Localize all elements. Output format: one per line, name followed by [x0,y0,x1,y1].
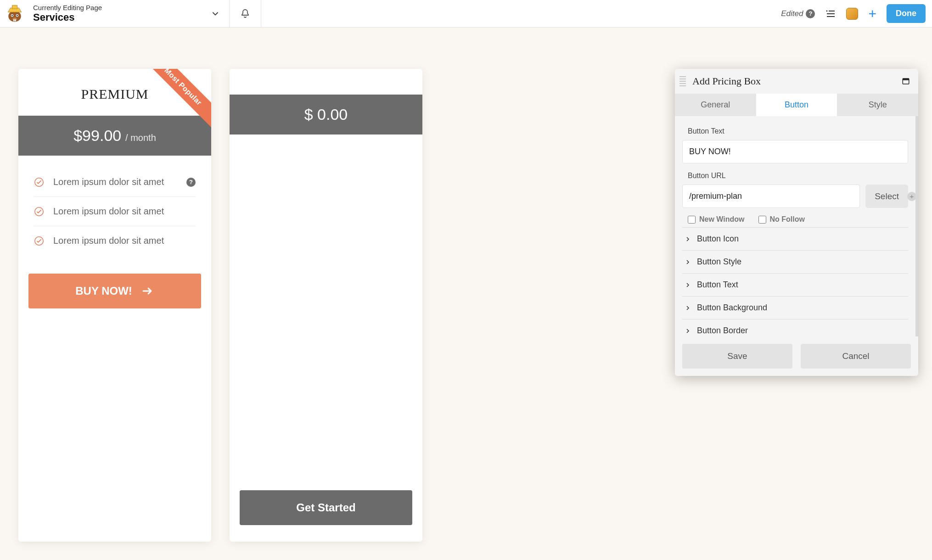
help-icon[interactable]: ? [186,178,196,187]
accordion-button-icon[interactable]: Button Icon [682,227,908,250]
check-icon [34,207,44,217]
no-follow-label: No Follow [770,215,805,224]
top-bar: Currently Editing Page Services Edited ?… [0,0,932,28]
chevron-right-icon [684,327,691,335]
cta-label: BUY NOW! [75,285,132,297]
settings-panel: Add Pricing Box General Button Style But… [675,69,918,376]
svg-rect-7 [15,19,16,21]
feature-row: Lorem ipsum dolor sit amet ? [34,168,196,197]
svg-rect-11 [827,13,835,14]
tab-button[interactable]: Button [756,94,837,116]
svg-point-5 [12,17,17,21]
price-period: / month [125,133,156,143]
new-window-label: New Window [699,215,745,224]
button-url-input[interactable] [682,185,860,208]
panel-tabs: General Button Style [675,94,918,116]
edit-status-text: Edited [781,9,803,18]
price-value: $ 0.00 [304,106,348,123]
cta-label: Get Started [296,501,355,514]
cta-wrap: Get Started [230,476,422,542]
svg-point-2 [11,15,13,16]
accordion-label: Button Border [697,326,748,336]
panel-body: Button Text Button URL Select + New Wind… [675,116,918,336]
accordion-list: Button Icon Button Style Button Text But… [682,227,908,336]
pricing-card-premium[interactable]: Most Popular PREMIUM $99.00 / month Lore… [18,69,211,542]
accordion-label: Button Text [697,280,738,290]
check-icon [34,236,44,246]
accordion-button-background[interactable]: Button Background [682,296,908,319]
accordion-button-text[interactable]: Button Text [682,273,908,296]
url-row: Select + [682,185,908,208]
topbar-left: Currently Editing Page Services [0,0,230,27]
chevron-right-icon [684,258,691,266]
price-band: $99.00 / month [18,116,211,156]
tab-general[interactable]: General [675,94,756,116]
feature-list: Lorem ipsum dolor sit amet ? Lorem ipsum… [18,156,211,260]
price-value: $99.00 [73,127,121,144]
svg-rect-8 [12,5,17,8]
svg-rect-6 [13,19,14,21]
assistant-icon[interactable] [846,8,858,20]
feature-text: Lorem ipsum dolor sit amet [53,177,164,187]
chevron-right-icon [684,235,691,243]
maximize-icon[interactable] [902,77,910,85]
tab-style[interactable]: Style [837,94,918,116]
panel-header[interactable]: Add Pricing Box [675,69,918,94]
editing-label: Currently Editing Page [33,4,202,11]
select-url-button[interactable]: Select [865,185,908,208]
url-options: New Window No Follow [682,208,908,227]
new-window-input[interactable] [688,216,696,224]
feature-row: Lorem ipsum dolor sit amet [34,197,196,226]
accordion-label: Button Icon [697,234,739,244]
page-title: Services [33,11,202,23]
check-icon [34,177,44,187]
cta-wrap: BUY NOW! [18,260,211,325]
drag-handle-icon[interactable] [679,75,686,87]
field-label-button-url: Button URL [688,172,908,180]
buy-now-button[interactable]: BUY NOW! [28,274,201,308]
page-label: Currently Editing Page Services [33,4,202,23]
chevron-right-icon [684,304,691,312]
feature-row: Lorem ipsum dolor sit amet [34,226,196,255]
button-text-input[interactable] [682,140,908,163]
svg-rect-10 [829,11,835,11]
svg-point-9 [826,10,828,11]
editor-canvas: Most Popular PREMIUM $99.00 / month Lore… [0,28,932,560]
feature-text: Lorem ipsum dolor sit amet [53,235,164,246]
field-label-button-text: Button Text [688,127,908,135]
accordion-button-border[interactable]: Button Border [682,319,908,336]
pricing-card-basic[interactable]: $ 0.00 Get Started [230,69,422,542]
svg-rect-17 [903,78,909,80]
beaver-logo-icon[interactable] [4,3,26,25]
topbar-notifications [230,0,261,27]
save-button[interactable]: Save [682,344,792,369]
outline-icon[interactable] [825,8,836,19]
svg-point-4 [17,15,18,16]
chevron-right-icon [684,281,691,289]
cancel-button[interactable]: Cancel [801,344,911,369]
edit-status: Edited ? [781,9,815,18]
no-follow-checkbox[interactable]: No Follow [758,215,805,224]
help-icon[interactable]: ? [806,9,815,18]
svg-rect-12 [827,16,835,17]
no-follow-input[interactable] [758,216,766,224]
topbar-right: Edited ? + Done [775,0,932,27]
get-started-button[interactable]: Get Started [240,490,412,525]
accordion-label: Button Background [697,303,767,313]
panel-footer: Save Cancel [675,336,918,376]
new-window-checkbox[interactable]: New Window [688,215,745,224]
add-button[interactable]: + [868,6,876,22]
bell-icon[interactable] [240,8,251,19]
price-band: $ 0.00 [230,95,422,134]
add-url-icon[interactable]: + [907,192,916,201]
accordion-button-style[interactable]: Button Style [682,250,908,273]
panel-title: Add Pricing Box [692,75,761,87]
feature-text: Lorem ipsum dolor sit amet [53,206,164,217]
arrow-right-icon [140,286,154,297]
done-button[interactable]: Done [887,4,926,23]
accordion-label: Button Style [697,257,741,267]
page-dropdown-toggle[interactable] [209,7,222,20]
